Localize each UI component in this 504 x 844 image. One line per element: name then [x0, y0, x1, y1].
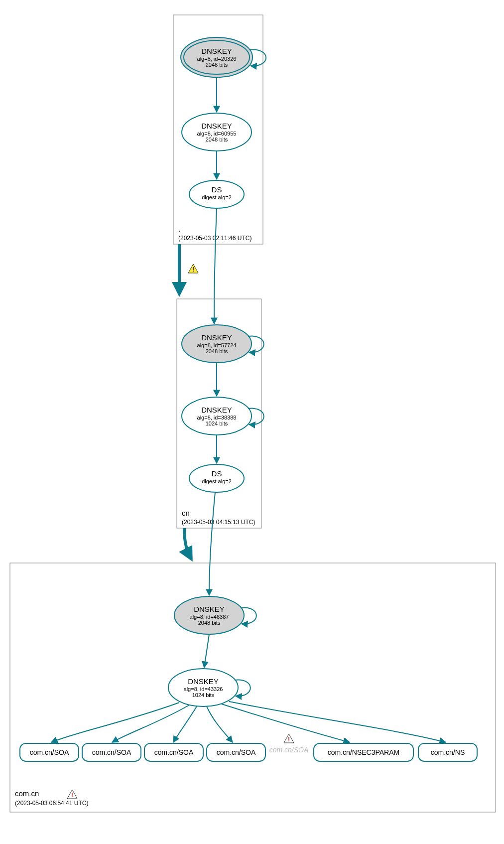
edge-to-ns [229, 702, 446, 742]
edge-cn-to-comcn-delegation [184, 528, 191, 559]
svg-text:alg=8, id=57724: alg=8, id=57724 [197, 342, 237, 348]
leaf-soa3: com.cn/SOA [144, 743, 203, 761]
leaf-soa5-faded: ! com.cn/SOA [269, 734, 309, 754]
svg-text:DNSKEY: DNSKEY [201, 122, 232, 130]
node-cn-zsk: DNSKEY alg=8, id=38388 1024 bits [182, 397, 264, 435]
zone-comcn-ts: (2023-05-03 06:54:41 UTC) [15, 800, 88, 807]
zone-cn-name: cn [182, 509, 190, 517]
svg-text:com.cn/SOA: com.cn/SOA [154, 748, 194, 756]
zone-cn-ts: (2023-05-03 04:15:13 UTC) [182, 519, 255, 526]
svg-text:com.cn/SOA: com.cn/SOA [269, 746, 309, 754]
zone-root-name: . [178, 225, 180, 233]
svg-text:alg=8, id=46387: alg=8, id=46387 [190, 614, 229, 620]
svg-text:alg=8, id=38388: alg=8, id=38388 [197, 415, 237, 421]
warning-icon-yellow: ! [188, 264, 198, 273]
svg-text:DS: DS [212, 185, 222, 194]
node-comcn-zsk: DNSKEY alg=8, id=43326 1024 bits [168, 669, 251, 706]
svg-text:com.cn/NS: com.cn/NS [431, 748, 465, 756]
svg-text:1024 bits: 1024 bits [206, 421, 228, 426]
svg-text:DNSKEY: DNSKEY [201, 47, 232, 55]
svg-text:digest alg=2: digest alg=2 [202, 194, 232, 200]
svg-text:!: ! [288, 736, 290, 743]
node-root-zsk: DNSKEY alg=8, id=60955 2048 bits [182, 113, 252, 151]
leaf-soa4: com.cn/SOA [207, 743, 265, 761]
leaf-soa2: com.cn/SOA [82, 743, 141, 761]
edge-root-ds-to-cn-ksk [214, 208, 217, 324]
svg-text:DNSKEY: DNSKEY [188, 677, 219, 686]
svg-text:DNSKEY: DNSKEY [201, 406, 232, 414]
svg-text:!: ! [71, 792, 73, 799]
svg-text:!: ! [192, 266, 194, 273]
svg-text:DS: DS [212, 469, 222, 478]
edge-to-soa2 [112, 705, 189, 742]
zone-cn: cn (2023-05-03 04:15:13 UTC) DNSKEY alg=… [177, 299, 264, 528]
svg-text:DNSKEY: DNSKEY [201, 333, 232, 342]
svg-text:2048 bits: 2048 bits [206, 62, 228, 68]
node-root-ksk: DNSKEY alg=8, id=20326 2048 bits [181, 37, 266, 77]
node-root-ds: DS digest alg=2 [189, 180, 244, 208]
svg-text:alg=8, id=20326: alg=8, id=20326 [197, 56, 237, 62]
leaf-nsec3param: com.cn/NSEC3PARAM [314, 743, 413, 761]
svg-text:com.cn/NSEC3PARAM: com.cn/NSEC3PARAM [328, 748, 399, 756]
zone-root: . (2023-05-03 02:11:46 UTC) DNSKEY alg=8… [173, 15, 266, 244]
svg-text:digest alg=2: digest alg=2 [202, 478, 232, 484]
node-cn-ksk: DNSKEY alg=8, id=57724 2048 bits [182, 325, 264, 363]
error-icon-soa: ! [284, 734, 294, 743]
edge-to-soa4 [207, 706, 233, 742]
edge-to-nsec3 [222, 704, 350, 742]
error-icon-zone: ! [67, 790, 77, 799]
zone-comcn: com.cn (2023-05-03 06:54:41 UTC) ! DNSKE… [10, 563, 496, 812]
edge-cn-ds-to-comcn-ksk [209, 492, 215, 595]
svg-text:com.cn/SOA: com.cn/SOA [30, 748, 69, 756]
svg-text:com.cn/SOA: com.cn/SOA [217, 748, 256, 756]
node-cn-ds: DS digest alg=2 [189, 464, 244, 492]
dnssec-chain-diagram: . (2023-05-03 02:11:46 UTC) DNSKEY alg=8… [0, 0, 504, 844]
svg-text:2048 bits: 2048 bits [206, 348, 228, 354]
leaf-soa1: com.cn/SOA [20, 743, 79, 761]
leaf-ns: com.cn/NS [418, 743, 477, 761]
svg-text:alg=8, id=43326: alg=8, id=43326 [184, 686, 223, 692]
svg-text:alg=8, id=60955: alg=8, id=60955 [197, 131, 237, 137]
zone-comcn-name: com.cn [15, 789, 39, 798]
node-comcn-ksk: DNSKEY alg=8, id=46387 2048 bits [174, 596, 256, 634]
svg-rect-26 [10, 563, 496, 812]
svg-text:2048 bits: 2048 bits [206, 137, 228, 142]
svg-text:1024 bits: 1024 bits [192, 692, 215, 698]
edge-to-soa1 [51, 703, 179, 742]
svg-text:DNSKEY: DNSKEY [194, 605, 225, 613]
svg-text:2048 bits: 2048 bits [198, 620, 221, 626]
svg-text:com.cn/SOA: com.cn/SOA [92, 748, 131, 756]
